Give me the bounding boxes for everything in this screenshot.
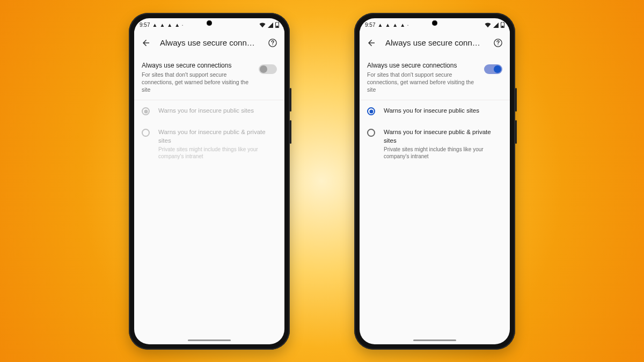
help-button[interactable] bbox=[265, 35, 280, 50]
setting-subtitle: For sites that don't support secure conn… bbox=[367, 71, 478, 94]
battery-icon bbox=[275, 22, 279, 28]
back-button[interactable] bbox=[364, 35, 379, 50]
option-public-sites: Warns you for insecure public sites bbox=[134, 100, 284, 122]
cellular-icon bbox=[268, 23, 273, 28]
secure-connection-toggle[interactable] bbox=[259, 64, 277, 74]
option-subtitle: Private sites might include things like … bbox=[158, 146, 277, 160]
svg-point-5 bbox=[497, 44, 499, 45]
secure-connection-toggle-row[interactable]: Always use secure connections For sites … bbox=[134, 55, 284, 101]
svg-rect-3 bbox=[502, 26, 504, 27]
screen: 9:57 ▲ ▲ ▲ ▲ • bbox=[360, 18, 510, 344]
page-title: Always use secure connecti… bbox=[160, 38, 259, 47]
setting-title: Always use secure connections bbox=[367, 61, 478, 70]
notification-warning-icon: ▲ bbox=[392, 23, 398, 28]
notification-warning-icon: ▲ bbox=[377, 23, 383, 28]
cellular-icon bbox=[493, 23, 499, 28]
option-private-sites: Warns you for insecure public & private … bbox=[134, 122, 284, 166]
notification-warning-icon: ▲ bbox=[174, 23, 180, 28]
notification-warning-icon: ▲ bbox=[385, 23, 390, 28]
notification-warning-icon: ▲ bbox=[167, 23, 172, 28]
home-indicator[interactable] bbox=[413, 339, 456, 341]
setting-subtitle: For sites that don't support secure conn… bbox=[142, 71, 252, 94]
battery-icon bbox=[501, 22, 504, 28]
phone-left: 9:57 ▲ ▲ ▲ ▲ • bbox=[129, 13, 290, 350]
wifi-icon bbox=[485, 23, 491, 28]
notification-dot-icon: • bbox=[407, 24, 408, 27]
option-subtitle: Private sites might include things like … bbox=[384, 146, 502, 160]
option-label: Warns you for insecure public & private … bbox=[384, 128, 502, 145]
status-time: 9:57 bbox=[140, 22, 150, 28]
setting-title: Always use secure connections bbox=[142, 61, 252, 70]
radio-public-sites[interactable] bbox=[367, 107, 375, 115]
home-indicator[interactable] bbox=[188, 339, 231, 341]
secure-connection-toggle-row[interactable]: Always use secure connections For sites … bbox=[360, 55, 510, 101]
notification-dot-icon: • bbox=[182, 24, 183, 27]
content: Always use secure connections For sites … bbox=[360, 55, 510, 344]
svg-point-2 bbox=[272, 44, 273, 45]
radio-private-sites[interactable] bbox=[367, 129, 375, 137]
stage: 9:57 ▲ ▲ ▲ ▲ • bbox=[0, 0, 644, 362]
option-label: Warns you for insecure public sites bbox=[384, 107, 502, 115]
wifi-icon bbox=[259, 23, 266, 28]
radio-private-sites bbox=[142, 129, 150, 137]
back-button[interactable] bbox=[138, 35, 153, 50]
phone-right: 9:57 ▲ ▲ ▲ ▲ • bbox=[354, 13, 515, 350]
radio-public-sites bbox=[142, 107, 150, 115]
secure-connection-toggle[interactable] bbox=[484, 64, 502, 74]
app-bar: Always use secure connecti… bbox=[134, 31, 284, 55]
app-bar: Always use secure connecti… bbox=[360, 31, 510, 55]
option-label: Warns you for insecure public sites bbox=[158, 107, 277, 115]
option-label: Warns you for insecure public & private … bbox=[158, 128, 277, 145]
content: Always use secure connections For sites … bbox=[134, 55, 284, 344]
option-public-sites[interactable]: Warns you for insecure public sites bbox=[360, 100, 510, 122]
page-title: Always use secure connecti… bbox=[385, 38, 484, 47]
notification-warning-icon: ▲ bbox=[159, 23, 165, 28]
option-private-sites[interactable]: Warns you for insecure public & private … bbox=[360, 122, 510, 166]
status-time: 9:57 bbox=[365, 22, 375, 28]
help-button[interactable] bbox=[491, 35, 506, 50]
notification-warning-icon: ▲ bbox=[400, 23, 405, 28]
notification-warning-icon: ▲ bbox=[152, 23, 157, 28]
camera-hole bbox=[207, 20, 212, 26]
svg-rect-0 bbox=[276, 26, 279, 27]
camera-hole bbox=[432, 20, 437, 26]
screen: 9:57 ▲ ▲ ▲ ▲ • bbox=[134, 18, 284, 344]
